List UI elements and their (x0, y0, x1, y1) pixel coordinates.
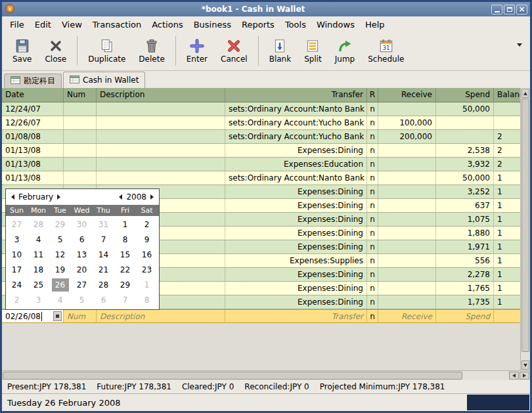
cell-spend[interactable]: 1,735 (436, 295, 494, 309)
cell-receive[interactable] (378, 282, 436, 295)
calendar-day[interactable]: 1 (139, 278, 156, 292)
duplicate-button[interactable]: Duplicate (81, 33, 132, 69)
cell-transfer[interactable]: Expenses:Dining (225, 268, 367, 281)
scroll-up-button[interactable] (521, 89, 529, 98)
prev-month-arrow[interactable] (11, 194, 14, 200)
cell-num[interactable] (64, 130, 97, 143)
enter-button[interactable]: Enter (180, 33, 214, 69)
cell-transfer[interactable]: Expenses:Dining (225, 295, 367, 309)
cell-transfer[interactable]: sets:Ordinary Account:Nanto Bank (225, 171, 367, 185)
transaction-row[interactable]: 12/24/07sets:Ordinary Account:Nanto Bank… (2, 102, 520, 116)
calendar-day[interactable]: 24 (9, 278, 26, 292)
calendar-day[interactable]: 29 (52, 218, 69, 231)
tab-cash-in-wallet[interactable]: Cash in Wallet (63, 72, 145, 88)
cell-num[interactable] (64, 144, 97, 157)
cell-spend[interactable]: 2,278 (436, 268, 494, 281)
cell-receive[interactable] (378, 295, 436, 309)
menu-tools[interactable]: Tools (280, 18, 311, 32)
cell-transfer[interactable]: Expenses:Supplies (225, 254, 367, 267)
calendar-day[interactable]: 22 (117, 263, 134, 276)
cell-balance[interactable]: 1 (494, 213, 520, 226)
cell-receive[interactable] (378, 254, 436, 267)
num-input[interactable]: Num (64, 310, 97, 322)
cell-r[interactable]: n (367, 282, 378, 295)
cell-r[interactable]: n (367, 268, 378, 281)
menu-view[interactable]: View (56, 18, 87, 32)
toolbar-overflow-button[interactable] (513, 43, 526, 60)
blank-button[interactable]: Blank (263, 33, 298, 69)
calendar-day[interactable]: 28 (95, 278, 112, 292)
cell-balance[interactable]: 1 (494, 199, 520, 212)
cell-r[interactable]: n (367, 213, 378, 226)
cell-receive[interactable] (378, 171, 436, 185)
cell-balance[interactable] (494, 116, 520, 129)
cell-description[interactable] (97, 130, 225, 143)
cell-transfer[interactable]: sets:Ordinary Account:Yucho Bank (225, 130, 367, 143)
cell-receive[interactable] (378, 158, 436, 171)
calendar-day[interactable]: 3 (9, 233, 26, 246)
transaction-row[interactable]: 01/13/08Expenses:Educationn3,9322 (2, 158, 520, 171)
split-button[interactable]: Split (298, 33, 328, 69)
cell-receive[interactable] (378, 199, 436, 212)
transfer-input[interactable]: Transfer (225, 310, 367, 322)
cell-receive[interactable] (378, 102, 436, 116)
calendar-day[interactable]: 5 (74, 293, 91, 307)
cell-transfer[interactable]: Expenses:Dining (225, 199, 367, 212)
menu-reports[interactable]: Reports (236, 18, 280, 32)
spend-input[interactable]: Spend (436, 310, 494, 322)
cell-description[interactable] (97, 171, 225, 185)
menu-actions[interactable]: Actions (146, 18, 188, 32)
cell-spend[interactable]: 2,538 (436, 144, 494, 157)
cell-spend[interactable]: 556 (436, 254, 494, 267)
horizontal-scrollbar-thumb[interactable] (3, 372, 462, 380)
cell-r[interactable]: n (367, 199, 378, 212)
cell-spend[interactable]: 637 (436, 199, 494, 212)
calendar-day[interactable]: 20 (74, 263, 91, 276)
column-header-date[interactable]: Date (2, 88, 64, 102)
cell-transfer[interactable]: Expenses:Dining (225, 227, 367, 240)
menu-transaction[interactable]: Transaction (87, 18, 146, 32)
cell-transfer[interactable]: Expenses:Dining (225, 282, 367, 295)
calendar-day[interactable]: 31 (95, 218, 112, 231)
edit-row[interactable]: 02/26/08 Num Description Transfer n Rece… (2, 309, 520, 323)
transaction-row[interactable]: 12/26/07sets:Ordinary Account:Yucho Bank… (2, 116, 520, 130)
cell-balance[interactable] (494, 102, 520, 116)
calendar-day[interactable]: 7 (95, 233, 112, 246)
calendar-day[interactable]: 18 (30, 263, 47, 276)
titlebar[interactable]: ¥ *book1 - Cash in Wallet × (2, 2, 530, 16)
cell-r[interactable]: n (367, 171, 378, 185)
calendar-day[interactable]: 9 (139, 233, 156, 246)
calendar-day[interactable]: 7 (117, 293, 134, 307)
cell-receive[interactable]: 100,000 (378, 116, 436, 129)
cell-spend[interactable] (436, 116, 494, 129)
cell-spend[interactable]: 1,880 (436, 227, 494, 240)
cell-spend[interactable]: 3,932 (436, 158, 494, 171)
cell-spend[interactable]: 1,971 (436, 240, 494, 253)
cell-description[interactable] (97, 102, 225, 116)
cell-receive[interactable] (378, 268, 436, 281)
cell-balance[interactable]: 1 (494, 254, 520, 267)
menu-file[interactable]: File (5, 18, 30, 32)
cell-date[interactable]: 01/08/08 (2, 130, 64, 143)
calendar-day[interactable]: 19 (52, 263, 69, 276)
menu-windows[interactable]: Windows (311, 18, 360, 32)
vertical-scrollbar-thumb[interactable] (521, 98, 529, 352)
calendar-day[interactable]: 3 (30, 293, 47, 307)
transaction-row[interactable]: 01/13/08Expenses:Diningn2,5382 (2, 144, 520, 158)
cell-date[interactable]: 12/26/07 (2, 116, 64, 129)
cell-receive[interactable] (378, 227, 436, 240)
transaction-row[interactable]: 01/13/08sets:Ordinary Account:Nanto Bank… (2, 171, 520, 185)
column-header-balance[interactable]: Balance (494, 88, 520, 102)
calendar-day[interactable]: 2 (139, 218, 156, 231)
cell-r[interactable]: n (367, 158, 378, 171)
cell-r[interactable]: n (367, 130, 378, 143)
cell-balance[interactable]: 1 (494, 240, 520, 253)
cell-num[interactable] (64, 171, 97, 185)
calendar-day[interactable]: 4 (52, 293, 69, 307)
column-header-description[interactable]: Description (97, 88, 225, 102)
cell-balance[interactable]: 2 (494, 130, 520, 143)
calendar-day[interactable]: 8 (139, 293, 156, 307)
calendar-day[interactable]: 26 (52, 278, 69, 292)
cell-transfer[interactable]: Expenses:Dining (225, 144, 367, 157)
maximize-button[interactable] (504, 5, 515, 14)
